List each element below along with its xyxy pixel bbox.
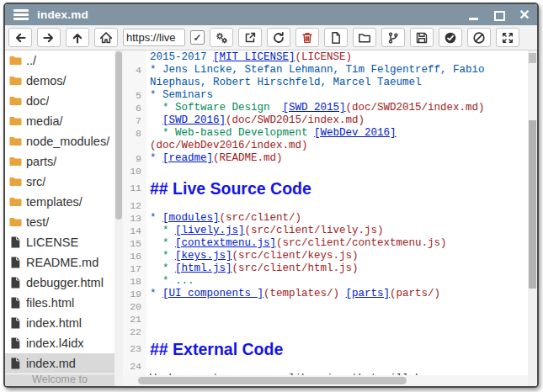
- file-item-files-html[interactable]: files.html: [5, 293, 114, 313]
- fullscreen-button[interactable]: [496, 28, 519, 47]
- file-item-label: media/: [26, 114, 63, 128]
- line-number: 22: [123, 326, 146, 338]
- open-external-button[interactable]: [238, 28, 262, 47]
- file-item-label: debugger.html: [26, 276, 104, 289]
- file-item-index-html[interactable]: index.html: [5, 313, 114, 333]
- file-item-doc[interactable]: doc/: [5, 91, 114, 111]
- up-icon: [71, 31, 84, 45]
- up-button[interactable]: [66, 28, 89, 47]
- git-branch-button[interactable]: [381, 28, 405, 47]
- editor-vertical-scrollbar-thumb[interactable]: [529, 120, 536, 289]
- back-button[interactable]: [8, 28, 32, 47]
- editor-line[interactable]: 24: [123, 360, 528, 373]
- editor-line[interactable]: 22: [123, 326, 528, 338]
- editor-line[interactable]: 5* Seminars: [123, 89, 528, 102]
- editor-text: 2015-2017 [MIT LICENSE](LICENSE)4* Jens …: [123, 51, 528, 385]
- markdown-link[interactable]: [html.js]: [175, 262, 232, 274]
- sidebar-scrollbar-thumb[interactable]: [115, 51, 122, 220]
- editor-line[interactable]: 9* [readme](README.md): [123, 152, 528, 165]
- file-item-media[interactable]: media/: [5, 111, 114, 131]
- sidebar-scrollbar[interactable]: [114, 50, 123, 386]
- maximize-button[interactable]: [493, 9, 505, 21]
- file-item-src[interactable]: src/: [5, 172, 114, 192]
- editor-line[interactable]: 15 * [contextmenu.js](src/client/context…: [123, 237, 528, 250]
- markdown-link[interactable]: [contextmenu.js]: [175, 237, 276, 249]
- markdown-editor[interactable]: 2015-2017 [MIT LICENSE](LICENSE)4* Jens …: [123, 50, 537, 386]
- editor-line[interactable]: 7 [SWD 2016](doc/SWD2015/index.md): [123, 114, 528, 127]
- line-number: 24: [123, 360, 146, 373]
- forward-button[interactable]: [37, 28, 61, 47]
- code-text: * [modules](src/client/): [146, 212, 301, 225]
- menu-icon[interactable]: [13, 9, 29, 20]
- file-item-demos[interactable]: demos/: [5, 71, 114, 91]
- editor-line[interactable]: 8 * Web-based Development [WebDev 2016]: [123, 127, 528, 140]
- file-item-debugger-html[interactable]: debugger.html: [5, 273, 114, 293]
- text-segment: *: [150, 225, 175, 236]
- markdown-link[interactable]: [WebDev 2016]: [314, 127, 397, 139]
- markdown-link[interactable]: [SWD 2016]: [162, 114, 226, 126]
- file-item-README-md[interactable]: README.md: [5, 252, 114, 273]
- markdown-link[interactable]: [lively.js]: [175, 225, 245, 236]
- editor-line[interactable]: 20: [123, 300, 528, 313]
- editor-line[interactable]: 16 * [keys.js](src/client/keys.js): [123, 250, 528, 262]
- delete-button[interactable]: [295, 28, 319, 47]
- editor-line[interactable]: 18 * ...: [123, 275, 528, 288]
- app-window: index.md ../demos/doc/media/node_modules…: [3, 3, 539, 388]
- file-item-index-l4idx[interactable]: index.l4idx: [5, 333, 114, 353]
- fullscreen-icon: [501, 31, 514, 45]
- open-folder-button[interactable]: [353, 28, 376, 47]
- code-text: * [UI components ](templates/) [parts](p…: [146, 288, 440, 300]
- line-number: [123, 77, 146, 89]
- settings-button[interactable]: [210, 28, 233, 47]
- markdown-link[interactable]: [readme]: [162, 152, 213, 164]
- file-item-templates[interactable]: templates/: [5, 192, 114, 212]
- markdown-link[interactable]: [modules]: [162, 212, 220, 224]
- editor-line[interactable]: (doc/WebDev2016/index.md): [123, 140, 528, 152]
- close-button[interactable]: [519, 9, 530, 21]
- markdown-link[interactable]: [keys.js]: [175, 250, 232, 262]
- folder-icon: [8, 54, 23, 67]
- sync-checkbox[interactable]: [190, 30, 205, 45]
- file-preview-line: Lively4: [5, 385, 114, 386]
- file-item-test[interactable]: test/: [5, 212, 114, 232]
- editor-line[interactable]: 4* Jens Lincke, Stefan Lehmann, Tim Felg…: [123, 64, 528, 77]
- editor-vertical-scrollbar[interactable]: [528, 50, 537, 386]
- code-text: [146, 300, 150, 313]
- refresh-button[interactable]: [267, 28, 290, 47]
- editor-line[interactable]: 10: [123, 165, 528, 177]
- address-input[interactable]: [123, 29, 185, 46]
- editor-line[interactable]: 19* [UI components ](templates/) [parts]…: [123, 288, 528, 300]
- editor-line[interactable]: 13* [modules](src/client/): [123, 212, 528, 225]
- line-number: 13: [123, 212, 146, 225]
- file-item-LICENSE[interactable]: LICENSE: [5, 232, 114, 252]
- editor-line[interactable]: 2015-2017 [MIT LICENSE](LICENSE): [123, 51, 528, 64]
- markdown-link[interactable]: [SWD 2015]: [283, 102, 346, 114]
- editor-line[interactable]: 21: [123, 313, 528, 326]
- file-item-node-modules[interactable]: node_modules/: [5, 131, 114, 151]
- minimize-button[interactable]: [468, 9, 480, 21]
- file-item-parts[interactable]: parts/: [5, 151, 114, 172]
- editor-horizontal-scrollbar-thumb[interactable]: [138, 377, 407, 384]
- code-text: [146, 360, 150, 373]
- editor-line[interactable]: 14 * [lively.js](src/client/lively.js): [123, 225, 528, 237]
- file-item-[interactable]: ../: [5, 50, 114, 71]
- file-item-index-md[interactable]: index.md: [5, 353, 114, 373]
- editor-line[interactable]: 11## Live Source Code: [123, 177, 528, 199]
- save-button[interactable]: [410, 28, 434, 47]
- toolbar: [5, 25, 537, 50]
- editor-line[interactable]: 23## External Code: [123, 338, 528, 360]
- markdown-link[interactable]: [parts]: [346, 288, 391, 299]
- new-file-button[interactable]: [324, 28, 348, 47]
- block-button[interactable]: [467, 28, 491, 47]
- markdown-link[interactable]: [MIT LICENSE]: [213, 51, 295, 63]
- title-bar[interactable]: index.md: [5, 4, 537, 25]
- editor-line[interactable]: 6 * Software Design [SWD 2015](doc/SWD20…: [123, 102, 528, 114]
- markdown-link[interactable]: [UI components ]: [162, 288, 264, 299]
- line-number: [123, 140, 146, 152]
- editor-horizontal-scrollbar[interactable]: [123, 375, 528, 386]
- editor-line[interactable]: Niephaus, Robert Hirschfeld, Marcel Taeu…: [123, 77, 528, 89]
- editor-line[interactable]: 17 * [html.js](src/client/html.js): [123, 262, 528, 275]
- home-button[interactable]: [94, 28, 118, 47]
- accept-button[interactable]: [439, 28, 462, 47]
- editor-line[interactable]: 12: [123, 199, 528, 212]
